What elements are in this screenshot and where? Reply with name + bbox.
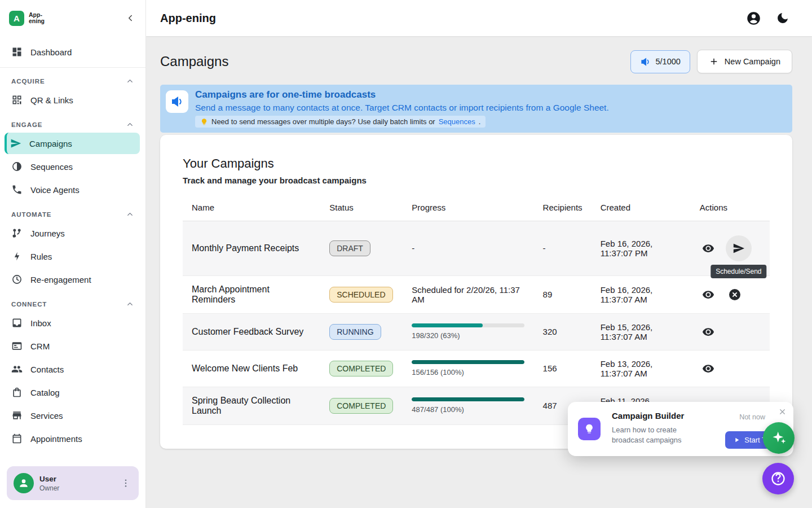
section-label: AUTOMATE	[11, 211, 51, 218]
eye-icon	[702, 288, 714, 301]
section-label: ACQUIRE	[11, 78, 45, 85]
ai-assistant-fab[interactable]	[763, 422, 795, 454]
lightbulb-icon	[200, 118, 208, 126]
toast-body: Learn how to create broadcast campaigns	[612, 425, 702, 445]
sidebar-collapse-button[interactable]	[123, 11, 138, 25]
view-button[interactable]	[700, 240, 717, 257]
sidebar-item-services[interactable]: Services	[6, 405, 140, 426]
sequences-link[interactable]: Sequences	[439, 117, 475, 126]
table-header-row: Name Status Progress Recipients Created …	[183, 194, 770, 221]
chevron-up-icon	[126, 300, 134, 308]
sidebar-item-label: QR & Links	[30, 95, 73, 105]
schedule-send-button[interactable]	[726, 235, 752, 261]
phone-icon	[11, 184, 23, 195]
send-icon	[732, 242, 745, 255]
sidebar-item-sequences[interactable]: Sequences	[6, 156, 140, 177]
view-button[interactable]	[700, 360, 717, 377]
user-role: Owner	[39, 484, 114, 492]
recipients-value: 89	[534, 275, 592, 313]
user-card[interactable]: User Owner	[7, 466, 139, 500]
created-value: Feb 16, 2026, 11:37:07 PM	[592, 221, 691, 275]
sidebar-item-label: Dashboard	[30, 47, 72, 57]
app-title: App-ening	[160, 12, 216, 25]
card-subtitle: Track and manage your broadcast campaign…	[183, 176, 770, 185]
sidebar-item-catalog[interactable]: Catalog	[6, 382, 140, 403]
lightning-icon	[11, 251, 23, 262]
sidebar: A App-ening Dashboard ACQUIRE QR & Links…	[0, 0, 146, 508]
account-button[interactable]	[746, 11, 761, 26]
table-row: Welcome New Clients Feb COMPLETED 156/15…	[183, 350, 770, 387]
sidebar-item-appointments[interactable]: Appointments	[6, 428, 140, 449]
col-status: Status	[320, 194, 403, 221]
eye-icon	[702, 242, 714, 255]
progress-text: -	[412, 243, 414, 253]
sidebar-item-label: Services	[30, 411, 63, 421]
sidebar-item-journeys[interactable]: Journeys	[6, 222, 140, 244]
play-icon	[733, 436, 740, 444]
status-badge: COMPLETED	[329, 361, 393, 376]
sequence-icon	[11, 161, 23, 172]
status-badge: COMPLETED	[329, 398, 393, 414]
help-fab[interactable]	[762, 463, 794, 494]
col-recipients: Recipients	[534, 194, 592, 221]
not-now-button[interactable]: Not now	[739, 413, 765, 421]
topbar: App-ening	[146, 0, 812, 36]
progress-bar	[412, 360, 524, 364]
table-row: Customer Feedback Survey RUNNING 198/320…	[183, 313, 770, 350]
sidebar-item-qr-links[interactable]: QR & Links	[6, 89, 140, 111]
sidebar-item-label: CRM	[30, 341, 50, 351]
table-row: Monthly Payment Receipts DRAFT - - Feb 1…	[183, 221, 770, 275]
new-campaign-button[interactable]: New Campaign	[697, 50, 792, 73]
sidebar-item-label: Voice Agents	[30, 185, 80, 195]
user-menu-button[interactable]	[120, 477, 132, 489]
status-badge: SCHEDULED	[329, 287, 392, 303]
tip-suffix: .	[479, 117, 481, 126]
sidebar-item-label: Catalog	[30, 388, 60, 397]
view-button[interactable]	[700, 286, 717, 303]
recipients-value: 320	[534, 313, 592, 350]
sidebar-item-label: Rules	[30, 252, 52, 261]
sidebar-item-rules[interactable]: Rules	[6, 246, 140, 267]
progress-text: 156/156 (100%)	[412, 368, 524, 376]
cancel-campaign-button[interactable]	[726, 286, 744, 304]
toast-close-button[interactable]	[778, 408, 787, 416]
sidebar-item-label: Sequences	[30, 162, 73, 172]
col-progress: Progress	[403, 194, 533, 221]
view-button[interactable]	[700, 323, 717, 340]
sidebar-item-voice-agents[interactable]: Voice Agents	[6, 179, 140, 200]
created-value: Feb 16, 2026, 11:37:07 AM	[592, 275, 691, 313]
section-header-connect[interactable]: CONNECT	[0, 292, 145, 310]
banner-tip: Need to send messages over multiple days…	[195, 116, 486, 128]
section-header-automate[interactable]: AUTOMATE	[0, 202, 145, 221]
sidebar-item-label: Inbox	[30, 318, 51, 328]
sidebar-item-label: Journeys	[30, 229, 65, 238]
sidebar-item-crm[interactable]: CRM	[6, 335, 140, 357]
sidebar-item-contacts[interactable]: Contacts	[6, 358, 140, 380]
created-value: Feb 15, 2026, 11:37:07 AM	[592, 313, 691, 350]
app-window: A App-ening Dashboard ACQUIRE QR & Links…	[0, 0, 812, 508]
campaign-name: March Appointment Reminders	[183, 275, 320, 313]
user-meta: User Owner	[39, 475, 114, 492]
status-badge: DRAFT	[329, 240, 370, 256]
kebab-menu-icon	[121, 478, 131, 488]
megaphone-icon	[640, 56, 651, 67]
campaign-name: Monthly Payment Receipts	[183, 221, 320, 275]
progress-text: 487/487 (100%)	[412, 405, 524, 414]
progress-text: 198/320 (63%)	[412, 331, 524, 340]
campaign-name: Customer Feedback Survey	[183, 313, 320, 350]
sidebar-item-inbox[interactable]: Inbox	[6, 312, 140, 334]
dark-mode-toggle[interactable]	[776, 11, 789, 25]
megaphone-icon	[170, 95, 184, 108]
person-icon	[18, 478, 29, 489]
sidebar-item-re-engagement[interactable]: Re-engagement	[6, 269, 140, 290]
section-header-acquire[interactable]: ACQUIRE	[0, 69, 145, 87]
x-circle-icon	[728, 288, 742, 301]
dashboard-icon	[11, 46, 23, 58]
info-banner: Campaigns are for one-time broadcasts Se…	[160, 85, 792, 133]
sidebar-item-dashboard[interactable]: Dashboard	[6, 41, 140, 63]
sidebar-item-campaigns[interactable]: Campaigns	[5, 133, 140, 154]
chevron-up-icon	[126, 77, 134, 85]
section-header-engage[interactable]: ENGAGE	[0, 112, 145, 131]
sidebar-header: A App-ening	[0, 0, 145, 36]
campaign-quota-chip[interactable]: 5/1000	[630, 50, 690, 73]
